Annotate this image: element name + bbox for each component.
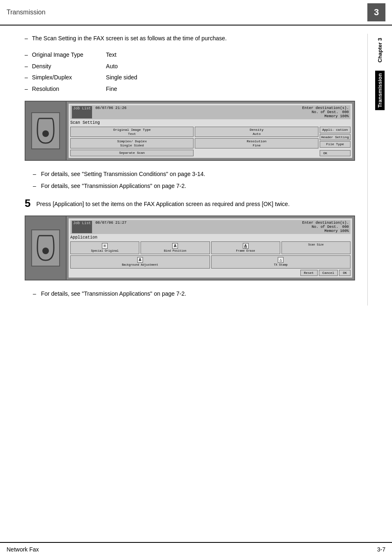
- enter-dest-2: Enter destination(s).: [302, 221, 349, 225]
- file-type-btn[interactable]: File Type: [320, 141, 350, 148]
- screen2-topbar: Job List 08/07/06 21:27 Enter destinatio…: [70, 220, 350, 234]
- datetime: 08/07/06 21:26: [95, 106, 127, 118]
- list-item: – Density Auto: [25, 62, 355, 72]
- intro-list: – The Scan Setting in the FAX screen is …: [25, 34, 355, 44]
- bind-position-btn[interactable]: A Bind Position: [141, 241, 210, 254]
- bullet-label: Density: [32, 62, 98, 72]
- screen2-topbar-right: Enter destination(s). No. of Dest. 000 M…: [302, 221, 349, 233]
- footer-right: 3-7: [377, 546, 385, 553]
- content-area: – The Scan Setting in the FAX screen is …: [0, 34, 367, 306]
- phone-icon-2: [31, 229, 60, 266]
- screen1-topbar-right: Enter destination(s). No. of Dest. 000 M…: [302, 106, 349, 118]
- ok-btn-1[interactable]: OK: [320, 150, 350, 156]
- scan-setting-title: Scan Setting: [70, 120, 350, 125]
- phone-icon: [31, 112, 60, 149]
- bullet-text: Resolution Fine: [32, 84, 355, 94]
- bullet-value: Text: [106, 50, 117, 60]
- dash: –: [25, 84, 28, 94]
- background-adjustment-btn[interactable]: A Background Adjustment: [70, 255, 210, 268]
- screen1-left: [25, 102, 67, 160]
- dash: –: [25, 34, 28, 44]
- details-block-1: – For details, see "Setting Transmission…: [25, 169, 355, 191]
- screen1-inner: Original Image Type Text Density Auto Si…: [70, 127, 350, 156]
- app-grid: ≡ Special Original A Bind Position A Fra…: [70, 241, 350, 254]
- screen1-topbar: Job List 08/07/06 21:26 Enter destinatio…: [70, 105, 350, 119]
- bullet-value: Auto: [106, 62, 118, 72]
- page-header-title: Transmission: [7, 9, 46, 16]
- bullet-value: Fine: [106, 84, 117, 94]
- list-item: – The Scan Setting in the FAX screen is …: [25, 34, 355, 44]
- details-block-2: – For details, see "Transmission Applica…: [25, 289, 355, 299]
- separate-scan-btn[interactable]: Separate Scan: [70, 150, 194, 156]
- sidebar-chapter: Chapter 3: [377, 38, 383, 63]
- screen2-right: Job List 08/07/06 21:27 Enter destinatio…: [68, 218, 353, 278]
- list-item: – Original Image Type Text: [25, 50, 355, 60]
- page-header: Transmission 3: [0, 0, 392, 25]
- bullet-label: Simplex/Duplex: [32, 73, 98, 83]
- dash: –: [25, 50, 28, 60]
- list-item: – Resolution Fine: [25, 84, 355, 94]
- intro-text: The Scan Setting in the FAX screen is se…: [32, 34, 227, 44]
- right-sidebar: Chapter 3 Transmission: [367, 34, 392, 306]
- screen1: Job List 08/07/06 21:26 Enter destinatio…: [25, 101, 355, 161]
- header-setting-btn[interactable]: Header Setting: [320, 134, 350, 141]
- dash: –: [25, 62, 28, 72]
- simplex-duplex-btn[interactable]: Simplex/ Duplex Single Sided: [70, 138, 194, 148]
- bullet-label: Original Image Type: [32, 50, 98, 60]
- screen2-left: [25, 216, 67, 280]
- scan-setting-grid: Original Image Type Text Density Auto Si…: [70, 127, 318, 156]
- list-item: – Simplex/Duplex Single sided: [25, 73, 355, 83]
- step5-container: 5 Press [Application] to set the items o…: [25, 198, 355, 208]
- sidebar-transmission: Transmission: [375, 71, 385, 110]
- cancel-btn[interactable]: Cancel: [319, 270, 338, 276]
- screen1-right-col: Appli- cation Header Setting File Type O…: [320, 127, 350, 156]
- screen2: Job List 08/07/06 21:27 Enter destinatio…: [25, 215, 355, 280]
- detail-line-2: – For details, see "Transmission Applica…: [33, 181, 355, 191]
- job-list-btn-2: Job List: [72, 221, 92, 233]
- datetime-2: 08/07/06 21:27: [95, 221, 127, 233]
- step5-number: 5: [25, 198, 30, 208]
- detail-line-1: – For details, see "Setting Transmission…: [33, 169, 355, 179]
- detail-line-3: – For details, see "Transmission Applica…: [33, 289, 355, 299]
- phone-svg-2: [35, 234, 56, 262]
- no-dest: No. of Dest. 000: [302, 110, 349, 114]
- dash: –: [25, 73, 28, 83]
- memory-2: Memory 100%: [302, 229, 349, 233]
- reset-btn[interactable]: Reset: [300, 270, 318, 276]
- detail-text-1: For details, see "Setting Transmission C…: [41, 171, 205, 177]
- orig-image-type-btn[interactable]: Original Image Type Text: [70, 127, 194, 137]
- screen1-topbar-left: Job List 08/07/06 21:26: [72, 106, 127, 118]
- app-row2: A Background Adjustment △ TX Stamp: [70, 255, 350, 268]
- phone-svg: [35, 116, 56, 145]
- density-btn[interactable]: Density Auto: [195, 127, 318, 137]
- dash: –: [33, 171, 36, 177]
- screen1-right: Job List 08/07/06 21:26 Enter destinatio…: [68, 103, 353, 158]
- job-list-btn: Job List: [72, 106, 92, 118]
- memory: Memory 100%: [302, 114, 349, 118]
- detail-text-3: For details, see "Transmission Applicati…: [41, 290, 186, 297]
- bullet-label: Resolution: [32, 84, 98, 94]
- svg-point-0: [42, 130, 49, 137]
- enter-dest: Enter destination(s).: [302, 106, 349, 110]
- tx-stamp-btn[interactable]: △ TX Stamp: [211, 255, 351, 268]
- bullet-text: Simplex/Duplex Single sided: [32, 73, 355, 83]
- ok-btn-2[interactable]: OK: [339, 270, 350, 276]
- scan-size-btn[interactable]: Scan Size: [281, 241, 350, 254]
- special-original-btn[interactable]: ≡ Special Original: [70, 241, 139, 254]
- bullet-text: Density Auto: [32, 62, 355, 72]
- step5-text: Press [Application] to set the items on …: [36, 198, 289, 208]
- resolution-btn[interactable]: Resolution Fine: [195, 138, 318, 148]
- bullet-value: Single sided: [106, 73, 137, 83]
- page-number-box: 3: [367, 3, 385, 21]
- settings-list: – Original Image Type Text – Density Aut…: [25, 50, 355, 94]
- application-title: Application: [70, 235, 350, 240]
- main-content: – The Scan Setting in the FAX screen is …: [0, 25, 392, 314]
- detail-text-2: For details, see "Transmission Applicati…: [41, 183, 186, 189]
- screen2-bottom-btns: Reset Cancel OK: [70, 270, 350, 276]
- screen2-topbar-left: Job List 08/07/06 21:27: [72, 221, 127, 233]
- appli-cation-btn[interactable]: Appli- cation: [320, 127, 350, 133]
- dash: –: [33, 290, 36, 297]
- frame-erase-btn[interactable]: A Frame Erase: [211, 241, 280, 254]
- bullet-text: Original Image Type Text: [32, 50, 355, 60]
- dash: –: [33, 183, 36, 189]
